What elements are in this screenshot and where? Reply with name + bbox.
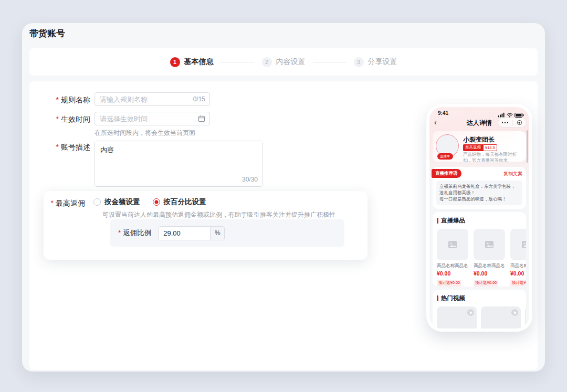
quote-line-2: 每一口都是熟悉的味道，放心喝！ bbox=[439, 196, 519, 202]
commission-badge-label: 最高返佣 bbox=[463, 144, 483, 151]
step-wizard: 1 基本信息 2 内容设置 3 分享设置 bbox=[29, 48, 538, 76]
account-desc-counter: 30/30 bbox=[242, 176, 258, 183]
effective-time-input[interactable] bbox=[95, 112, 209, 125]
product-card[interactable]: 商品名称商品名称... ¥0.00 预计返¥0.00 bbox=[437, 229, 468, 287]
basic-info-form: 规则名称 0/15 生效时间 在所选时间段内，将会生效当前页面 账号描述 内容 … bbox=[29, 81, 538, 370]
step-3-circle: 3 bbox=[354, 57, 364, 67]
step-1-circle: 1 bbox=[170, 57, 180, 67]
hot-products-title: 直播爆品 bbox=[437, 217, 526, 225]
product-name: 商品名称商品名称... bbox=[437, 263, 468, 269]
product-name: 商品名称商品名称... bbox=[510, 263, 526, 269]
quote-line-1: 立顿茉莉乌龙茶礼盒：东方美学包装，送礼自用都高级！ bbox=[439, 183, 519, 196]
phone-preview: 9:41 ‹ 达人详情 bbox=[426, 104, 532, 332]
profile-card: 直播中 小裂变团长 最高返佣 ¥14.5 严选好物，每天都有限时折扣，官方直播间… bbox=[433, 131, 526, 162]
account-desc-field: 内容 30/30 bbox=[94, 141, 262, 187]
play-icon bbox=[511, 309, 518, 316]
commission-label: 最高返佣 bbox=[44, 199, 85, 208]
step-connector bbox=[221, 62, 255, 62]
profile-name: 小裂变团长 bbox=[463, 135, 495, 144]
hot-products-card: 直播爆品 商品名称商品名称... ¥0.00 预计返¥0.00 商品名称商品名称… bbox=[433, 212, 526, 287]
product-rebate-badge: 预计返¥0.00 bbox=[510, 280, 526, 287]
step-2-label: 内容设置 bbox=[276, 57, 306, 67]
close-target-icon[interactable] bbox=[512, 120, 526, 125]
rule-name-field: 0/15 bbox=[94, 92, 210, 106]
product-image-placeholder bbox=[510, 229, 526, 260]
live-badge: 直播中 bbox=[437, 153, 453, 160]
product-price: ¥0.00 bbox=[510, 270, 526, 277]
product-image-placeholder bbox=[474, 229, 505, 260]
ratio-input[interactable] bbox=[159, 227, 210, 240]
radio-by-amount[interactable]: 按金额设置 bbox=[93, 197, 140, 207]
radio-on-icon bbox=[153, 198, 160, 206]
copy-text-link[interactable]: 复制文案 bbox=[503, 171, 522, 177]
recommend-card: 直播推荐语 复制文案 立顿茉莉乌龙茶礼盒：东方美学包装，送礼自用都高级！ 每一口… bbox=[433, 167, 526, 209]
account-desc-textarea[interactable]: 内容 bbox=[95, 141, 262, 186]
phone-screen: 9:41 ‹ 达人详情 bbox=[429, 107, 529, 329]
step-2-circle: 2 bbox=[262, 57, 272, 67]
main-panel: 带货账号 1 基本信息 2 内容设置 3 分享设置 规则名称 0/15 生效时间 bbox=[22, 23, 545, 372]
radio-by-amount-label: 按金额设置 bbox=[104, 197, 140, 207]
step-3-label: 分享设置 bbox=[368, 57, 397, 67]
step-1-label: 基本信息 bbox=[184, 57, 214, 67]
ratio-label: 返佣比例 bbox=[118, 228, 151, 238]
rule-name-input[interactable] bbox=[95, 93, 209, 105]
rule-name-label: 规则名称 bbox=[29, 96, 90, 105]
status-time: 9:41 bbox=[438, 110, 448, 116]
miniapp-capsule bbox=[498, 118, 527, 128]
commission-badge: 最高返佣 ¥14.5 bbox=[463, 144, 497, 151]
ratio-unit: % bbox=[210, 227, 224, 240]
step-content-settings[interactable]: 2 内容设置 bbox=[262, 57, 306, 67]
step-share-settings[interactable]: 3 分享设置 bbox=[354, 57, 397, 67]
product-list: 商品名称商品名称... ¥0.00 预计返¥0.00 商品名称商品名称... ¥… bbox=[437, 229, 526, 287]
recommend-quote: 立顿茉莉乌龙茶礼盒：东方美学包装，送礼自用都高级！ 每一口都是熟悉的味道，放心喝… bbox=[436, 181, 522, 205]
phone-scrollbar[interactable] bbox=[527, 130, 528, 163]
page-title: 带货账号 bbox=[29, 27, 65, 39]
status-bar: 9:41 bbox=[429, 110, 529, 117]
rule-name-counter: 0/15 bbox=[193, 96, 205, 103]
hot-videos-title: 热门视频 bbox=[437, 294, 526, 302]
account-desc-label: 账号描述 bbox=[29, 143, 90, 152]
product-price: ¥0.00 bbox=[474, 270, 505, 277]
hot-videos-card: 热门视频 bbox=[433, 290, 526, 329]
radio-by-percent-label: 按百分比设置 bbox=[164, 197, 206, 207]
effective-time-label: 生效时间 bbox=[29, 115, 90, 124]
ratio-panel: 返佣比例 % bbox=[110, 219, 344, 247]
commission-badge-value: ¥14.5 bbox=[483, 144, 497, 151]
recommend-tag: 直播推荐语 bbox=[432, 169, 461, 178]
section-bar bbox=[437, 295, 438, 301]
section-bar bbox=[437, 218, 438, 224]
product-image-placeholder bbox=[437, 229, 468, 260]
video-thumbnail[interactable] bbox=[481, 306, 521, 329]
product-name: 商品名称商品名称... bbox=[474, 263, 505, 269]
radio-by-percent[interactable]: 按百分比设置 bbox=[153, 197, 206, 207]
calendar-icon[interactable] bbox=[198, 115, 205, 122]
effective-time-field bbox=[94, 112, 210, 125]
profile-desc: 严选好物，每天都有限时折扣，官方直播间等你来 bbox=[463, 152, 522, 163]
commission-helper: 可设置当前达人的最高预估返佣金额或比例，有助于吸引推客关注并提升推广积极性 bbox=[102, 210, 335, 219]
video-thumbnail[interactable] bbox=[437, 306, 477, 329]
effective-time-helper: 在所选时间段内，将会生效当前页面 bbox=[94, 129, 195, 137]
product-card[interactable]: 商品名称商品名称... ¥0.00 预计返¥0.00 bbox=[474, 229, 505, 287]
ratio-field: % bbox=[158, 226, 225, 240]
play-icon bbox=[467, 309, 474, 316]
product-rebate-badge: 预计返¥0.00 bbox=[474, 280, 498, 287]
product-rebate-badge: 预计返¥0.00 bbox=[437, 280, 461, 287]
commission-card: 最高返佣 按金额设置 按百分比设置 可设置当前达人的最高预估返佣金额或比例，有助… bbox=[44, 191, 368, 260]
product-card[interactable]: 商品名称商品名称... ¥0.00 预计返¥0.00 bbox=[510, 229, 526, 287]
video-thumbnail[interactable] bbox=[525, 306, 526, 329]
video-list bbox=[437, 306, 526, 329]
step-connector bbox=[313, 62, 346, 62]
product-price: ¥0.00 bbox=[437, 270, 468, 277]
commission-mode-group: 按金额设置 按百分比设置 bbox=[93, 197, 206, 207]
step-basic-info[interactable]: 1 基本信息 bbox=[170, 57, 214, 67]
nav-bar: ‹ 达人详情 bbox=[429, 117, 529, 129]
radio-off-icon bbox=[93, 198, 101, 206]
more-icon[interactable] bbox=[498, 122, 512, 123]
